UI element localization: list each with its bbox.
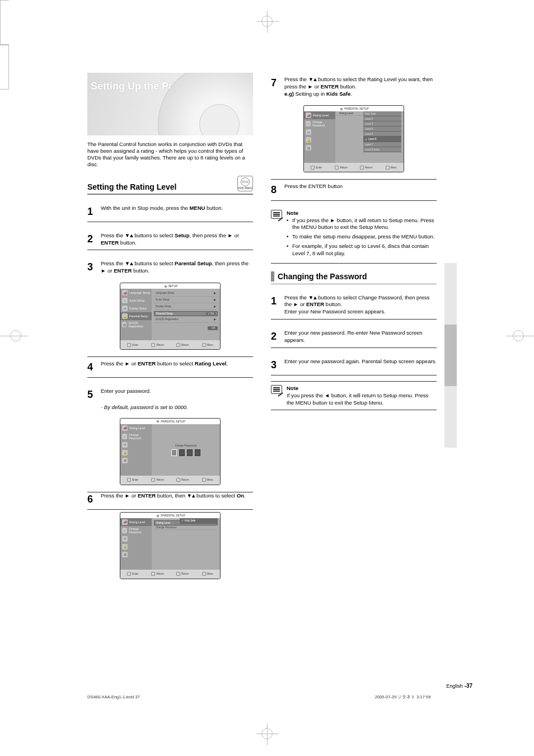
- crop-mark-top: [261, 16, 273, 28]
- step-number: 3: [271, 358, 281, 372]
- note-body: Note If you press the ► button, it will …: [287, 210, 437, 260]
- step-number: 2: [87, 232, 97, 247]
- step-text: Press the ▼▲ buttons to select Parental …: [101, 260, 253, 275]
- crop-mark-bottom: [261, 728, 273, 740]
- section-heading-changepw: Changing the Password: [278, 272, 367, 281]
- note-body: Note If you press the ◄ button, it will …: [287, 385, 437, 406]
- step-number: 5: [87, 388, 97, 401]
- onscreen-create-password: PARENTAL SETUP 📣Rating Level ♪Change Pas…: [120, 418, 221, 485]
- hero-banner: Setting Up the Parental Control: [87, 73, 253, 135]
- step-number: 4: [87, 360, 97, 374]
- crop-corner: [0, 45, 9, 67]
- crop-side-left: [10, 330, 21, 341]
- step-text: Press the ► or ENTER button to select Ra…: [101, 360, 253, 374]
- step-text: Enter your new password again. Parental …: [284, 358, 437, 372]
- onscreen-rating-list: PARENTAL SETUP 📣Rating Level ♪Change Pas…: [303, 105, 404, 172]
- step-text: Press the ▼▲ buttons to select Setup, th…: [101, 232, 253, 247]
- note-icon: [271, 385, 282, 394]
- step-number: 7: [271, 76, 281, 97]
- intro-text: The Parental Control function works in c…: [87, 141, 253, 168]
- note-icon: [271, 210, 282, 219]
- step-number: 1: [87, 205, 97, 218]
- onscreen-rating-kidssafe: PARENTAL SETUP 📣Rating Level ♪Change Pas…: [120, 512, 221, 579]
- step-text: Enter your password.: [101, 388, 253, 401]
- step-text: Press the ENTER button: [284, 183, 437, 196]
- step-number: 2: [271, 330, 281, 344]
- page-number: English -37: [446, 683, 472, 689]
- step-text: With the unit in Stop mode, press the ME…: [101, 205, 253, 218]
- step-text: Press the ▼▲ buttons to select Change Pa…: [284, 294, 437, 316]
- step-number: 6: [87, 492, 97, 506]
- step-number: 1: [271, 294, 281, 316]
- step-subtext: - By default, password is set to 0000.: [101, 404, 253, 410]
- step-text: Enter your new password. Re-enter New Pa…: [284, 330, 437, 344]
- page-content: Setting Up the Parental Control The Pare…: [87, 73, 451, 583]
- crop-corner: [0, 22, 9, 45]
- side-tabs: [444, 263, 457, 448]
- dvd-video-icon: DVD DVD-VIDEO: [237, 176, 253, 191]
- step-number: 8: [271, 183, 281, 196]
- crop-side-right: [513, 330, 524, 341]
- section-bar-icon: [271, 271, 274, 281]
- step-text: Press the ▼▲ buttons to select the Ratin…: [284, 76, 437, 97]
- section-heading-rating: Setting the Rating Level: [87, 182, 176, 191]
- crop-corner: [0, 67, 9, 90]
- step-number: 3: [87, 260, 97, 275]
- step-text: Press the ► or ENTER button, then ▼▲ but…: [101, 492, 253, 506]
- print-proof-line: DS460-XAA-Eng1-1.indd 37 2005-07-29 ソタネト…: [87, 694, 430, 700]
- onscreen-menu-setup: SETUP 📣Language Setup ♪Audio Setup ⟳Disp…: [120, 283, 221, 350]
- crop-corner: [0, 0, 9, 22]
